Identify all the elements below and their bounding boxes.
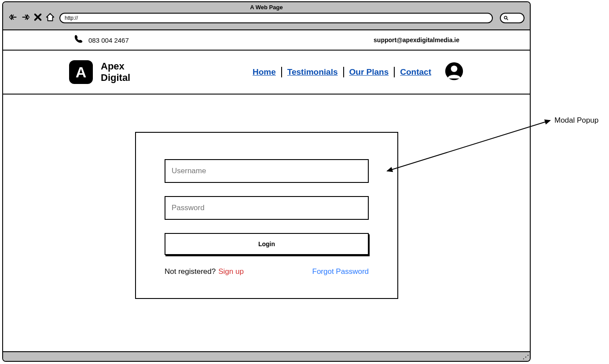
- brand-line1: Apex: [101, 61, 130, 72]
- not-registered-text: Not registered?: [165, 267, 216, 276]
- username-input[interactable]: [165, 159, 369, 183]
- nav-links: Home Testimonials Our Plans Contact: [247, 62, 464, 83]
- forward-button[interactable]: [21, 12, 30, 24]
- login-modal: Login Not registered? Sign up Forgot Pas…: [135, 132, 398, 299]
- modal-footer: Not registered? Sign up Forgot Password: [165, 267, 369, 276]
- phone-icon: [73, 34, 83, 46]
- forgot-password-link[interactable]: Forgot Password: [312, 267, 369, 276]
- signup-link[interactable]: Sign up: [218, 267, 244, 276]
- annotation-label: Modal Popup: [554, 116, 598, 125]
- content-area: Login Not registered? Sign up Forgot Pas…: [3, 95, 530, 351]
- contact-topbar: 083 004 2467 support@apexdigitalmedia.ie: [3, 30, 530, 51]
- signup-group: Not registered? Sign up: [165, 267, 244, 276]
- phone-number: 083 004 2467: [88, 36, 129, 44]
- close-icon[interactable]: [33, 12, 43, 24]
- browser-toolbar: http://: [3, 11, 530, 24]
- status-bar: ⋰: [3, 351, 530, 361]
- brand-name: Apex Digital: [101, 61, 130, 84]
- url-bar[interactable]: http://: [59, 13, 493, 23]
- nav-contact[interactable]: Contact: [395, 67, 437, 77]
- phone-group: 083 004 2467: [73, 34, 129, 46]
- logo-group[interactable]: A Apex Digital: [69, 60, 130, 84]
- browser-chrome: A Web Page http://: [3, 2, 530, 30]
- search-icon: [503, 15, 509, 21]
- browser-title: A Web Page: [3, 2, 530, 11]
- nav-home[interactable]: Home: [247, 67, 281, 77]
- nav-plans[interactable]: Our Plans: [344, 67, 394, 77]
- url-text: http://: [65, 15, 78, 21]
- login-button[interactable]: Login: [165, 233, 369, 255]
- resize-handle-icon[interactable]: ⋰: [523, 354, 528, 360]
- search-button[interactable]: [500, 13, 525, 23]
- browser-window: A Web Page http://: [2, 1, 531, 362]
- svg-point-0: [504, 16, 507, 19]
- logo-icon: A: [69, 60, 93, 84]
- main-navbar: A Apex Digital Home Testimonials Our Pla…: [3, 51, 530, 95]
- password-input[interactable]: [165, 196, 369, 220]
- nav-testimonials[interactable]: Testimonials: [282, 67, 343, 77]
- support-email[interactable]: support@apexdigitalmedia.ie: [374, 36, 459, 44]
- brand-line2: Digital: [101, 72, 130, 84]
- back-button[interactable]: [8, 12, 18, 24]
- user-profile-icon[interactable]: [444, 62, 464, 83]
- home-icon[interactable]: [45, 12, 55, 24]
- svg-point-2: [451, 66, 458, 72]
